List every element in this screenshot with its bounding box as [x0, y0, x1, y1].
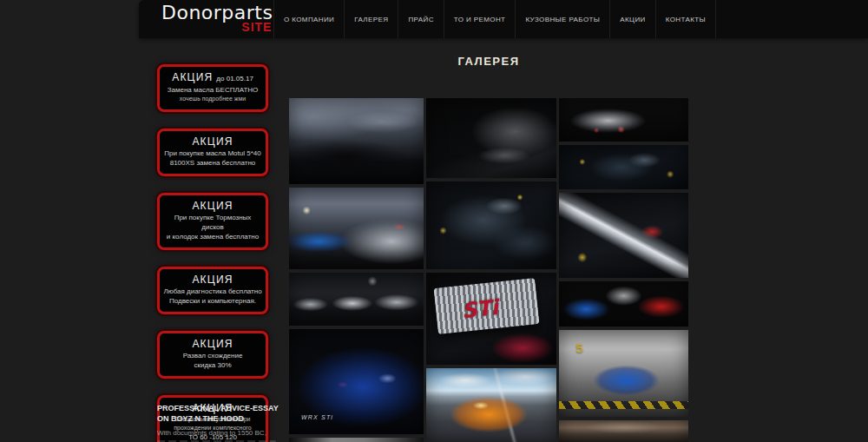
promo-line: При покупке масла Motul 5*40	[162, 148, 263, 158]
gallery-photo-dark-car-front[interactable]	[426, 98, 556, 178]
nav-item-body-works[interactable]: КУЗОВНЫЕ РАБОТЫ	[515, 0, 609, 38]
footer-note-body: With documents dating to 1550 BC,	[157, 428, 289, 438]
logo[interactable]: Donorparts SITE	[161, 3, 273, 34]
nav-item-about[interactable]: О КОМПАНИИ	[273, 0, 344, 38]
main-nav: О КОМПАНИИГАЛЕРЕЯПРАЙСТО И РЕМОНТКУЗОВНЫ…	[273, 0, 716, 38]
promo-line: Развал схождение	[162, 351, 263, 360]
gallery-photo-stormy-sky-cars[interactable]	[289, 188, 424, 269]
promo-line: Подвески и компьютерная.	[162, 296, 263, 306]
promo-line: хочешь подробнее жми	[162, 95, 263, 103]
promo-line: 8100XS замена бесплатно	[162, 158, 263, 168]
promo-line: скидка 30%	[162, 360, 263, 370]
gallery-photo-sti-intercooler[interactable]: STi	[426, 273, 556, 365]
promo-line: Любая диагностика бесплатно	[162, 287, 263, 296]
gallery-column-2: STi	[426, 98, 556, 442]
promo-title: АКЦИЯ	[162, 274, 263, 287]
gallery-photo-strip-partial[interactable]	[289, 438, 424, 442]
promo-title: АКЦИЯдо 01.05.17	[162, 71, 263, 85]
gallery-photo-rally-garage[interactable]: 5	[559, 330, 688, 417]
nav-item-price[interactable]: ПРАЙС	[398, 0, 443, 38]
nav-item-promos[interactable]: АКЦИИ	[609, 0, 654, 38]
gallery-column-1: WRX STi	[289, 98, 424, 442]
gallery-photo-car-lineup[interactable]	[289, 273, 424, 326]
gallery-photo-silver-red-wheels[interactable]	[559, 98, 688, 142]
gallery-photo-collage[interactable]	[559, 281, 688, 327]
gallery-photo-engine-bay[interactable]	[426, 181, 556, 269]
promo-box-4[interactable]: АКЦИЯЛюбая диагностика бесплатноПодвески…	[157, 267, 268, 314]
promo-line: Замена масла БЕСПЛАТНО	[162, 85, 263, 95]
gallery-photo-engine-strut[interactable]	[559, 193, 688, 278]
sidebar-promo-list: АКЦИЯдо 01.05.17Замена масла БЕСПЛАТНОхо…	[157, 64, 268, 442]
gallery-photo-rally-garage-label: 5	[575, 340, 582, 355]
gallery-photo-blue-wrx-label: WRX STi	[301, 414, 333, 420]
gallery-photo-bottom-partial[interactable]	[559, 420, 688, 442]
promo-title-suffix: до 01.05.17	[216, 75, 253, 82]
promo-box-5[interactable]: АКЦИЯРазвал схождениескидка 30%	[157, 331, 268, 379]
footer-note-heading[interactable]: PROFESSIONAL ADVICE-ESSAY ON BOYZ N THE …	[157, 403, 289, 424]
promo-line: При покупке Тормозных дисков	[162, 213, 263, 232]
nav-item-gallery[interactable]: ГАЛЕРЕЯ	[344, 0, 398, 38]
gallery-photo-sti-intercooler-label: STi	[460, 294, 499, 322]
promo-box-3[interactable]: АКЦИЯПри покупке Тормозных дискови колод…	[157, 193, 268, 250]
footer-note: PROFESSIONAL ADVICE-ESSAY ON BOYZ N THE …	[157, 403, 289, 442]
gallery-photo-blue-wrx[interactable]: WRX STi	[289, 329, 424, 434]
gallery-photo-black-sedan-dusk[interactable]	[289, 98, 424, 184]
promo-box-2[interactable]: АКЦИЯПри покупке масла Motul 5*408100XS …	[157, 129, 268, 176]
promo-title: АКЦИЯ	[162, 200, 263, 213]
gallery-photo-engine-dark[interactable]	[559, 145, 688, 189]
promo-line: и колодок замена бесплатно	[162, 232, 263, 241]
header: Donorparts SITE О КОМПАНИИГАЛЕРЕЯПРАЙСТО…	[139, 0, 868, 38]
promo-title: АКЦИЯ	[162, 338, 263, 351]
nav-item-service[interactable]: ТО И РЕМОНТ	[444, 0, 516, 38]
page-title: ГАЛЕРЕЯ	[289, 55, 688, 68]
nav-item-contacts[interactable]: КОНТАКТЫ	[655, 0, 716, 38]
gallery-photo-orange-car[interactable]	[426, 368, 556, 442]
gallery-column-3: 5	[559, 98, 688, 442]
promo-title: АКЦИЯ	[162, 135, 263, 148]
promo-box-1[interactable]: АКЦИЯдо 01.05.17Замена масла БЕСПЛАТНОхо…	[157, 64, 268, 112]
gallery-grid: WRX STi STi 5	[289, 98, 688, 442]
